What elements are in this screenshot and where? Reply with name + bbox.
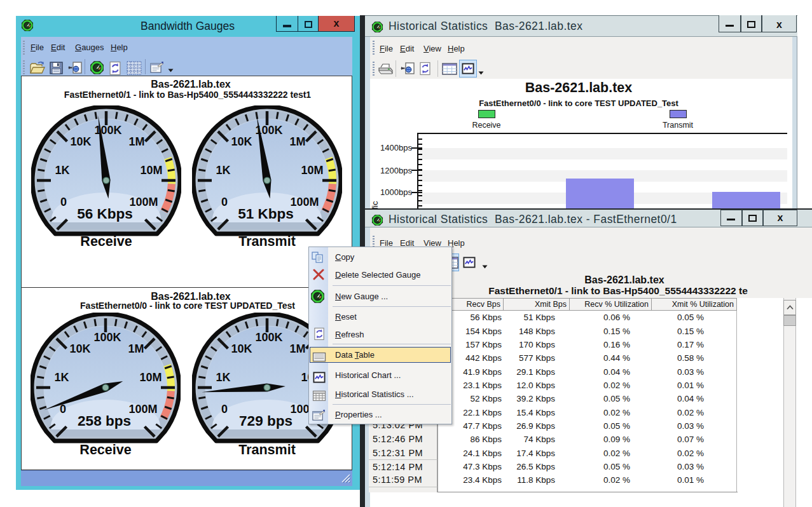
svg-text:0: 0 xyxy=(60,196,67,208)
svg-text:10K: 10K xyxy=(69,342,90,355)
svg-text:1K: 1K xyxy=(216,164,230,177)
svg-text:100M: 100M xyxy=(290,196,319,208)
svg-text:51 Kbps: 51 Kbps xyxy=(238,206,294,222)
svg-text:100K: 100K xyxy=(255,331,282,344)
svg-text:100K: 100K xyxy=(93,331,121,344)
svg-text:10K: 10K xyxy=(70,135,91,148)
svg-text:10M: 10M xyxy=(301,164,323,177)
svg-text:1K: 1K xyxy=(216,371,230,384)
svg-text:0: 0 xyxy=(221,196,228,208)
svg-text:10M: 10M xyxy=(139,371,162,384)
svg-text:1M: 1M xyxy=(289,342,305,355)
svg-text:1K: 1K xyxy=(54,371,69,384)
svg-text:56 Kbps: 56 Kbps xyxy=(77,206,133,222)
svg-text:100K: 100K xyxy=(94,124,121,137)
svg-text:0: 0 xyxy=(221,403,228,416)
svg-text:10K: 10K xyxy=(231,342,252,355)
svg-text:100M: 100M xyxy=(129,196,158,208)
svg-text:100M: 100M xyxy=(128,403,157,416)
svg-text:729 bps: 729 bps xyxy=(239,413,292,429)
svg-text:258 bps: 258 bps xyxy=(78,413,131,429)
svg-text:1M: 1M xyxy=(128,135,144,148)
svg-text:1M: 1M xyxy=(128,342,144,355)
svg-text:10M: 10M xyxy=(140,164,162,177)
svg-text:1K: 1K xyxy=(55,164,69,177)
svg-text:10K: 10K xyxy=(231,135,252,148)
svg-text:1M: 1M xyxy=(289,135,305,148)
